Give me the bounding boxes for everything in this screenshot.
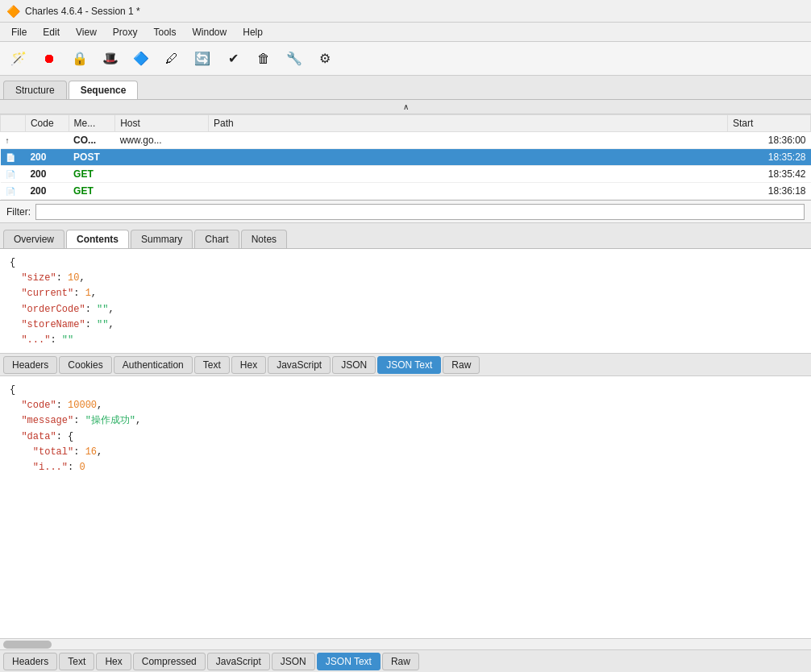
row-host [115,183,209,200]
row-code: 200 [25,183,69,200]
scrollbar-thumb[interactable] [3,641,52,649]
col-icon [1,115,26,132]
pen-icon[interactable]: 🖊 [158,45,185,73]
menu-item-file[interactable]: File [3,25,35,39]
row-method: GET [69,183,115,200]
row-code [25,132,69,149]
view-tabs: StructureSequence [0,76,811,100]
toolbar: 🪄⏺🔒🎩🔷🖊🔄✔🗑🔧⚙ [0,42,811,76]
refresh-icon[interactable]: 🔄 [189,45,216,73]
row-method: POST [69,149,115,166]
menu-item-view[interactable]: View [68,25,105,39]
sub-tab-cookies[interactable]: Cookies [59,356,111,374]
collapse-arrow: ∧ [403,102,409,111]
table-row[interactable]: 📄 200 POST 18:35:28 [1,149,811,166]
sub-tab-raw[interactable]: Raw [443,356,480,374]
view-tab-sequence[interactable]: Sequence [69,81,139,99]
row-host [115,166,209,183]
bottom-tab-json-text[interactable]: JSON Text [317,653,381,670]
bottom-tab-json[interactable]: JSON [272,653,315,670]
sub-tab-hex[interactable]: Hex [231,356,266,374]
bottom-tabs: HeadersTextHexCompressedJavaScriptJSONJS… [0,649,811,672]
menu-item-edit[interactable]: Edit [35,25,68,39]
row-start: 18:36:18 [727,183,810,200]
response-json-content: { "code": 10000, "message": "操作成功", "dat… [0,376,811,638]
content-tab-contents[interactable]: Contents [66,230,129,248]
collapse-row[interactable]: ∧ [0,100,811,114]
row-path [209,149,728,166]
table-row[interactable]: 📄 200 GET 18:35:42 [1,166,811,183]
content-tab-summary[interactable]: Summary [131,230,193,248]
bottom-tab-raw[interactable]: Raw [382,653,419,670]
row-host [115,149,209,166]
row-icon: 📄 [1,149,26,166]
col-start[interactable]: Start [727,115,810,132]
table-row[interactable]: ↑ CO... www.go... 18:36:00 [1,132,811,149]
row-start: 18:36:00 [727,132,810,149]
menu-item-window[interactable]: Window [185,25,235,39]
titlebar: 🔶 Charles 4.6.4 - Session 1 * [0,0,811,23]
tools-icon[interactable]: 🔧 [281,45,308,73]
row-code: 200 [25,166,69,183]
settings-icon[interactable]: ⚙ [311,45,339,73]
sub-tabs: HeadersCookiesAuthenticationTextHexJavaS… [0,354,811,376]
col-host[interactable]: Host [115,115,209,132]
request-table: Code Me... Host Path Start ↑ CO... www.g… [0,114,811,200]
trash-icon[interactable]: 🗑 [250,45,277,73]
row-code: 200 [25,149,69,166]
row-start: 18:35:28 [727,149,810,166]
sub-tab-javascript[interactable]: JavaScript [268,356,331,374]
menu-item-help[interactable]: Help [235,25,271,39]
filter-input[interactable] [35,204,805,220]
row-method: GET [69,166,115,183]
col-method[interactable]: Me... [69,115,115,132]
menu-item-tools[interactable]: Tools [146,25,185,39]
sub-tab-headers[interactable]: Headers [3,356,57,374]
row-icon: 📄 [1,166,26,183]
col-code[interactable]: Code [25,115,69,132]
sub-tab-json[interactable]: JSON [332,356,376,374]
hat-icon[interactable]: 🎩 [97,45,124,73]
content-tab-overview[interactable]: Overview [3,230,64,248]
filter-label: Filter: [6,206,31,218]
bottom-tab-text[interactable]: Text [59,653,94,670]
col-path[interactable]: Path [209,115,728,132]
request-json-content: { "size": 10, "current": 1, "orderCode":… [0,249,811,354]
row-method: CO... [69,132,115,149]
bottom-tab-headers[interactable]: Headers [3,653,57,670]
bottom-tab-javascript[interactable]: JavaScript [207,653,270,670]
row-path [209,166,728,183]
horizontal-scrollbar[interactable] [0,638,811,649]
table-row[interactable]: 📄 200 GET 18:36:18 [1,183,811,200]
check-icon[interactable]: ✔ [219,45,247,73]
bottom-tab-hex[interactable]: Hex [96,653,131,670]
title-text: Charles 4.6.4 - Session 1 * [25,6,140,17]
menubar: FileEditViewProxyToolsWindowHelp [0,23,811,42]
sub-tab-authentication[interactable]: Authentication [114,356,193,374]
row-path [209,132,728,149]
row-icon: 📄 [1,183,26,200]
row-host: www.go... [115,132,209,149]
content-tabs: OverviewContentsSummaryChartNotes [0,223,811,249]
menu-item-proxy[interactable]: Proxy [105,25,146,39]
record-icon[interactable]: ⏺ [35,45,63,73]
lock-icon[interactable]: 🔒 [66,45,94,73]
filter-row: Filter: [0,201,811,223]
content-tab-notes[interactable]: Notes [241,230,287,248]
app-icon: 🔶 [6,5,20,18]
sub-tab-text[interactable]: Text [194,356,230,374]
request-table-container: Code Me... Host Path Start ↑ CO... www.g… [0,114,811,201]
row-path [209,183,728,200]
view-tab-structure[interactable]: Structure [3,81,67,99]
sub-tab-json-text[interactable]: JSON Text [377,356,441,374]
diamond-icon[interactable]: 🔷 [127,45,155,73]
wand-icon[interactable]: 🪄 [5,45,32,73]
row-icon: ↑ [1,132,26,149]
bottom-tab-compressed[interactable]: Compressed [133,653,206,670]
content-tab-chart[interactable]: Chart [194,230,239,248]
row-start: 18:35:42 [727,166,810,183]
